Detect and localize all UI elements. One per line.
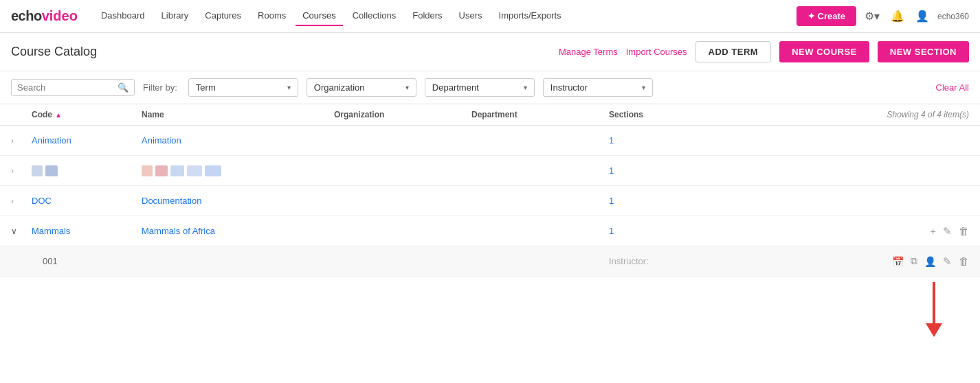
cell-name: Documentation xyxy=(142,196,334,206)
showing-count: Showing 4 of 4 item(s) xyxy=(691,110,969,119)
term-filter-label: Term xyxy=(196,82,282,93)
org-chevron-icon: ▾ xyxy=(405,84,409,91)
code-header-label: Code xyxy=(32,110,52,119)
instructor-chevron-icon: ▾ xyxy=(642,84,645,91)
expand-icon[interactable]: › xyxy=(11,166,32,176)
add-section-icon[interactable]: + xyxy=(930,225,936,237)
copy-icon[interactable]: ⧉ xyxy=(911,255,917,267)
logo-video: video xyxy=(42,8,78,24)
filter-by-label: Filter by: xyxy=(143,82,177,93)
logo: echovideo xyxy=(11,8,78,24)
cell-sections: 1 xyxy=(609,196,691,206)
cell-sections: 1 xyxy=(609,165,691,176)
calendar-icon[interactable]: 📅 xyxy=(892,256,904,267)
nav-users[interactable]: Users xyxy=(452,6,489,26)
cell-sections: 1 xyxy=(609,135,691,146)
name-header-label: Name xyxy=(142,110,164,119)
settings-icon[interactable]: ⚙▾ xyxy=(862,7,882,25)
col-organization: Organization xyxy=(334,110,471,119)
instructor-filter[interactable]: Instructor ▾ xyxy=(543,78,653,97)
nav-right: ✦ Create ⚙▾ 🔔 👤 echo360 xyxy=(797,6,969,26)
term-chevron-icon: ▾ xyxy=(287,84,291,91)
user-section-icon[interactable]: 👤 xyxy=(924,256,936,267)
col-expand xyxy=(11,110,32,119)
top-nav: echovideo Dashboard Library Captures Roo… xyxy=(0,0,980,33)
bell-icon[interactable]: 🔔 xyxy=(888,7,907,25)
instructor-filter-label: Instructor xyxy=(550,82,636,93)
nav-library[interactable]: Library xyxy=(155,6,196,26)
edit-section-icon[interactable]: ✎ xyxy=(943,255,952,268)
edit-course-icon[interactable]: ✎ xyxy=(943,225,952,237)
add-term-button[interactable]: ADD TERM xyxy=(695,41,772,62)
new-course-button[interactable]: NEW COURSE xyxy=(779,41,869,62)
child-cell-code: 001 xyxy=(32,256,142,266)
cell-name: Mammals of Africa xyxy=(142,226,334,236)
logo-echo: echo xyxy=(11,8,42,24)
sort-arrow-icon: ▲ xyxy=(55,111,62,119)
dept-chevron-icon: ▾ xyxy=(524,84,527,91)
sections-header-label: Sections xyxy=(609,110,643,119)
cell-sections: 1 xyxy=(609,226,691,236)
filter-bar: 🔍 Filter by: Term ▾ Organization ▾ Depar… xyxy=(0,71,980,104)
search-input[interactable] xyxy=(17,82,113,93)
arrow-line xyxy=(933,282,935,323)
organization-filter[interactable]: Organization ▾ xyxy=(307,78,416,97)
delete-section-icon[interactable]: 🗑 xyxy=(959,255,969,267)
cell-name: Animation xyxy=(142,135,334,146)
table-row-child: 001 Instructor: 📅 ⧉ 👤 ✎ 🗑 xyxy=(0,246,980,277)
dept-filter-label: Department xyxy=(432,82,518,93)
cell-code: Animation xyxy=(32,135,142,146)
nav-rooms[interactable]: Rooms xyxy=(251,6,293,26)
red-arrow-annotation xyxy=(926,282,942,337)
search-box: 🔍 xyxy=(11,79,135,96)
cell-code: DOC xyxy=(32,196,142,206)
cell-code-blurred xyxy=(32,165,142,176)
nav-folders[interactable]: Folders xyxy=(405,6,449,26)
search-icon: 🔍 xyxy=(118,82,129,93)
table-body: › Animation Animation 1 › 1 xyxy=(0,126,980,277)
instructor-label: Instructor: xyxy=(609,256,649,266)
org-filter-label: Organization xyxy=(314,82,400,93)
department-filter[interactable]: Department ▾ xyxy=(425,78,535,97)
col-sections: Sections xyxy=(609,110,691,119)
col-name: Name xyxy=(142,110,334,119)
col-code: Code ▲ xyxy=(32,110,142,119)
expand-icon[interactable]: ∨ xyxy=(11,227,32,236)
arrow-head xyxy=(926,323,942,337)
manage-terms-button[interactable]: Manage Terms xyxy=(559,47,618,57)
page-header: Course Catalog Manage Terms Import Cours… xyxy=(0,33,980,71)
nav-collections[interactable]: Collections xyxy=(346,6,403,26)
child-cell-instructor: Instructor: xyxy=(609,256,691,266)
cell-name-blurred xyxy=(142,165,334,176)
col-department: Department xyxy=(471,110,609,119)
create-button[interactable]: ✦ Create xyxy=(797,6,856,26)
user-label: echo360 xyxy=(937,12,969,21)
user-icon[interactable]: 👤 xyxy=(913,7,932,25)
expand-icon[interactable]: › xyxy=(11,196,32,206)
term-filter[interactable]: Term ▾ xyxy=(188,78,298,97)
table-row: › 1 xyxy=(0,156,980,186)
page-title: Course Catalog xyxy=(11,45,559,59)
table-header: Code ▲ Name Organization Department Sect… xyxy=(0,104,980,126)
nav-dashboard[interactable]: Dashboard xyxy=(94,6,152,26)
row-actions: + ✎ 🗑 xyxy=(691,225,969,237)
nav-imports-exports[interactable]: Imports/Exports xyxy=(492,6,568,26)
table-row: › DOC Documentation 1 xyxy=(0,186,980,216)
cell-code: Mammals xyxy=(32,226,142,236)
child-row-actions: 📅 ⧉ 👤 ✎ 🗑 xyxy=(691,255,969,268)
annotation-arrow-container xyxy=(0,277,980,337)
table-row: ∨ Mammals Mammals of Africa 1 + ✎ 🗑 xyxy=(0,216,980,246)
new-section-button[interactable]: NEW SECTION xyxy=(878,41,969,62)
nav-captures[interactable]: Captures xyxy=(198,6,248,26)
table-row: › Animation Animation 1 xyxy=(0,126,980,156)
nav-courses[interactable]: Courses xyxy=(296,6,342,26)
expand-icon[interactable]: › xyxy=(11,136,32,146)
page-actions: Manage Terms Import Courses ADD TERM NEW… xyxy=(559,41,969,62)
org-header-label: Organization xyxy=(334,110,384,119)
dept-header-label: Department xyxy=(471,110,517,119)
clear-all-button[interactable]: Clear All xyxy=(936,82,969,93)
import-courses-button[interactable]: Import Courses xyxy=(626,47,687,57)
nav-links: Dashboard Library Captures Rooms Courses… xyxy=(94,6,797,26)
delete-course-icon[interactable]: 🗑 xyxy=(959,225,969,237)
